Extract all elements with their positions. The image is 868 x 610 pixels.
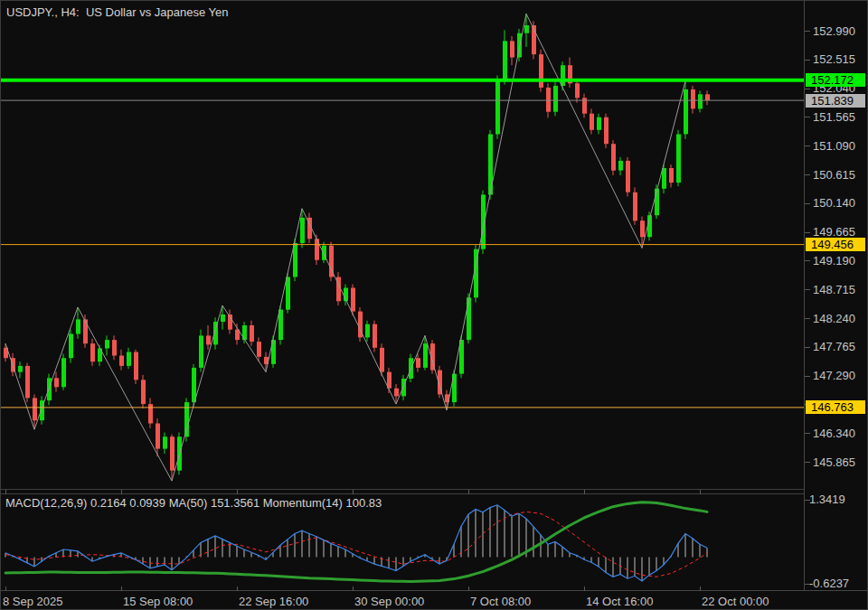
time-tick-mark: [5, 587, 6, 591]
candle-body: [141, 380, 146, 404]
candle-body: [467, 297, 471, 340]
candle-body: [76, 319, 80, 333]
chart-title: USDJPY., H4: US Dollar vs Japanese Yen: [6, 5, 228, 19]
price-tick-mark: [805, 89, 810, 89]
candle-body: [662, 168, 666, 189]
indicator-scale-label: 1.3419: [809, 493, 845, 506]
candle-body: [640, 221, 645, 237]
time-tick-mark: [700, 587, 701, 591]
time-tick-label: 30 Sep 00:00: [354, 595, 424, 608]
candle-body: [278, 310, 283, 341]
candle-body: [691, 89, 695, 108]
price-tick-label: 147.765: [813, 340, 855, 353]
price-tick-mark: [805, 260, 810, 261]
price-tick-label: 147.290: [813, 369, 855, 382]
candle-body: [394, 389, 399, 397]
candle-body: [553, 86, 558, 112]
candle-body: [170, 436, 175, 471]
divider-tick-mark: [237, 490, 238, 494]
candle-body: [676, 135, 681, 183]
price-tick-label: 149.665: [813, 225, 855, 239]
price-tick-mark: [805, 203, 810, 204]
candle-body: [546, 88, 551, 112]
candle-body: [286, 277, 290, 310]
candle-body: [590, 114, 594, 130]
indicator-values-label: MACD(12,26,9) 0.2164 0.0939 MA(50) 151.3…: [5, 496, 382, 510]
candle-body: [250, 325, 254, 342]
price-tick-mark: [805, 117, 810, 117]
candle-body: [300, 218, 305, 243]
candle-body: [503, 41, 507, 80]
time-tick-label: 14 Oct 16:00: [586, 595, 653, 608]
divider-tick-mark: [121, 490, 122, 494]
divider-tick-mark: [353, 490, 354, 494]
candle-body: [54, 378, 59, 387]
candle-body: [199, 335, 203, 368]
price-tick-mark: [805, 174, 810, 175]
main-chart-pane[interactable]: [1, 1, 804, 490]
candle-body: [416, 358, 420, 368]
candle-body: [206, 335, 211, 344]
price-tick-mark: [805, 347, 810, 348]
candle-body: [134, 352, 138, 380]
time-tick-mark: [468, 587, 469, 591]
candle-body: [148, 404, 153, 423]
divider-tick-mark: [700, 490, 701, 494]
price-tick-mark: [805, 145, 810, 146]
macd-line: [5, 505, 707, 581]
signal-line: [5, 511, 707, 577]
time-tick-label: 15 Sep 08:00: [123, 595, 193, 608]
time-tick-mark: [584, 587, 585, 591]
candle-body: [119, 356, 124, 366]
price-tag-152.172: 152.172: [806, 73, 865, 87]
trading-terminal-window: USDJPY., H4: US Dollar vs Japanese Yen M…: [0, 0, 868, 610]
time-tick-mark: [121, 587, 122, 591]
time-tick-label: 22 Oct 00:00: [702, 595, 769, 608]
candle-body: [373, 324, 377, 348]
price-scale[interactable]: 152.990152.515152.040151.565151.090150.6…: [804, 1, 868, 610]
price-tag-151.839: 151.839: [806, 94, 865, 108]
time-tick-label: 7 Oct 08:00: [470, 595, 531, 608]
candle-body: [423, 343, 428, 368]
candle-body: [90, 343, 95, 361]
price-tick-label: 145.865: [813, 455, 855, 469]
candle-body: [495, 80, 500, 134]
candle-body: [611, 144, 616, 171]
candle-body: [221, 314, 225, 322]
time-tick-mark: [237, 587, 238, 591]
time-tick-mark: [353, 587, 354, 591]
price-tick-label: 149.190: [813, 254, 855, 267]
time-axis[interactable]: 8 Sep 202515 Sep 08:0022 Sep 16:0030 Sep…: [1, 590, 868, 610]
price-tick-label: 151.090: [813, 139, 855, 153]
candle-body: [669, 168, 674, 183]
price-tick-mark: [805, 289, 810, 290]
price-tick-mark: [805, 376, 810, 377]
candle-body: [83, 319, 88, 343]
candlestick-chart[interactable]: [1, 1, 804, 490]
candle-body: [539, 54, 543, 88]
candle-body: [365, 324, 370, 338]
candle-body: [257, 342, 261, 357]
time-tick-label: 8 Sep 2025: [3, 595, 63, 608]
candle-body: [684, 89, 688, 134]
candle-body: [524, 25, 529, 33]
candle-body: [626, 161, 630, 192]
price-tick-mark: [805, 462, 810, 463]
price-tick-mark: [805, 433, 810, 434]
candle-body: [705, 94, 710, 100]
price-tick-mark: [805, 31, 810, 32]
candle-body: [47, 378, 52, 400]
price-tag-146.763: 146.763: [806, 400, 865, 414]
indicator-scale-label: -0.6237: [809, 577, 849, 590]
candle-body: [575, 83, 580, 98]
price-tick-label: 152.990: [813, 24, 855, 38]
price-tick-label: 150.140: [813, 196, 855, 210]
price-tick-mark: [805, 232, 810, 233]
price-tick-mark: [805, 318, 810, 319]
price-tick-label: 150.615: [813, 168, 855, 182]
candle-body: [25, 366, 30, 399]
candle-body: [698, 94, 703, 108]
candle-body: [561, 65, 565, 86]
candle-body: [597, 117, 601, 130]
candle-body: [604, 117, 609, 145]
